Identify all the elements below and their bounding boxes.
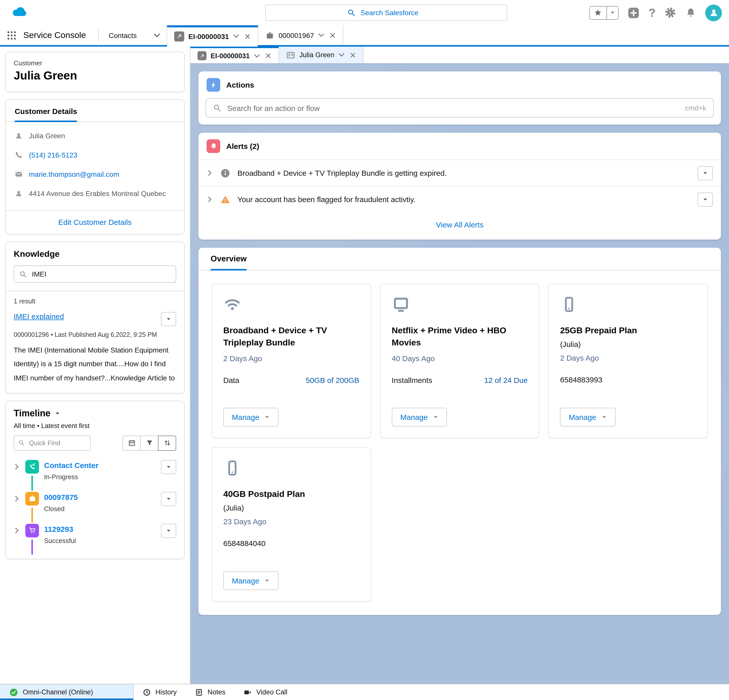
- alert-menu-button[interactable]: [698, 166, 713, 180]
- tab-close-icon[interactable]: [244, 33, 251, 39]
- edit-customer-details-link[interactable]: Edit Customer Details: [58, 218, 132, 226]
- phone-icon: [15, 151, 23, 159]
- email-link[interactable]: marie.thompson@gmail.com: [29, 170, 119, 178]
- global-add-icon[interactable]: [627, 6, 640, 19]
- article-menu-button[interactable]: [161, 312, 176, 326]
- utility-bar: Omni-Channel (Online) History Notes Vide…: [0, 684, 729, 700]
- manage-button[interactable]: Manage: [223, 571, 279, 590]
- subtab-ei-00000031[interactable]: EI-00000031: [190, 47, 279, 63]
- subtab-label: Julia Green: [299, 51, 334, 59]
- tab-overview[interactable]: Overview: [211, 254, 247, 271]
- expand-chevron-right-icon[interactable]: [14, 495, 20, 502]
- product-title: Netflix + Prime Video + HBO Movies: [392, 325, 518, 349]
- favorites-button-group[interactable]: [589, 6, 619, 19]
- utility-video-call[interactable]: Video Call: [235, 684, 297, 700]
- search-icon: [19, 270, 27, 278]
- timeline-item-link[interactable]: Contact Center: [44, 461, 99, 470]
- actions-title: Actions: [226, 80, 254, 89]
- expand-chevron-right-icon[interactable]: [206, 170, 213, 176]
- wifi-icon: [223, 295, 359, 314]
- expand-chevron-right-icon[interactable]: [206, 196, 213, 202]
- spec-label: Data: [223, 375, 239, 384]
- workspace-tab-ei-00000031[interactable]: EI-00000031: [167, 25, 258, 45]
- timeline-item-status: Closed: [44, 505, 156, 512]
- expand-chevron-right-icon[interactable]: [14, 463, 20, 470]
- product-msisdn: 6584884040: [223, 539, 359, 547]
- timeline-connector: [31, 476, 33, 491]
- notifications-bell-icon[interactable]: [685, 7, 697, 19]
- quick-find[interactable]: [14, 436, 91, 451]
- timeline-item-link[interactable]: 1129293: [44, 525, 73, 533]
- knowledge-search[interactable]: [14, 265, 176, 282]
- timeline-item-menu-button[interactable]: [161, 460, 176, 474]
- product-subtitle: (Julia): [560, 340, 696, 348]
- utility-history[interactable]: History: [134, 684, 186, 700]
- quick-find-input[interactable]: [28, 439, 86, 448]
- edit-customer-details-row: Edit Customer Details: [6, 210, 184, 234]
- utility-label: Video Call: [256, 688, 288, 696]
- manage-button[interactable]: Manage: [223, 408, 279, 426]
- tab-close-icon[interactable]: [330, 32, 336, 38]
- smartphone-icon: [560, 295, 696, 314]
- app-name[interactable]: Service Console: [23, 25, 98, 45]
- filter-button[interactable]: [140, 436, 158, 451]
- setup-gear-icon[interactable]: [664, 7, 676, 19]
- product-age: 2 Days Ago: [223, 354, 359, 362]
- caret-down-icon: [601, 414, 607, 420]
- actions-panel: Actions cmd+k: [199, 71, 721, 125]
- timeline-title: Timeline: [14, 408, 50, 419]
- utility-notes[interactable]: Notes: [186, 684, 235, 700]
- action-search[interactable]: cmd+k: [206, 98, 714, 118]
- timeline-item-order: 1129293 Successful: [14, 524, 176, 556]
- workspace-tab-000001967[interactable]: 000001967: [258, 25, 343, 45]
- subtab-label: EI-00000031: [211, 52, 250, 60]
- help-icon[interactable]: ?: [649, 7, 656, 19]
- nav-tab-contacts[interactable]: Contacts: [99, 25, 147, 45]
- contacts-dropdown-icon[interactable]: [147, 25, 167, 45]
- global-search-input[interactable]: [359, 8, 425, 17]
- tab-close-icon[interactable]: [350, 52, 356, 58]
- date-range-calendar-button[interactable]: [122, 436, 141, 451]
- favorites-star-icon[interactable]: [590, 6, 607, 19]
- tab-chevron-down-icon[interactable]: [254, 52, 260, 59]
- app-launcher-icon[interactable]: [0, 25, 23, 45]
- favorites-dropdown-icon[interactable]: [607, 6, 618, 19]
- utility-omni-channel[interactable]: Omni-Channel (Online): [0, 684, 134, 700]
- caret-down-icon: [264, 414, 270, 420]
- subtab-julia-green[interactable]: Julia Green: [279, 47, 364, 63]
- timeline-item-menu-button[interactable]: [161, 524, 176, 538]
- manage-button[interactable]: Manage: [560, 408, 615, 426]
- knowledge-search-input[interactable]: [31, 269, 171, 279]
- alert-menu-button[interactable]: [698, 192, 713, 207]
- overview-panel: Overview Broadband + Device + TV Triplep…: [199, 248, 721, 615]
- manage-button[interactable]: Manage: [392, 408, 447, 426]
- tab-chevron-down-icon[interactable]: [233, 33, 240, 39]
- timeline-dropdown-icon[interactable]: [54, 411, 60, 416]
- person-icon: [15, 132, 23, 140]
- phone-link[interactable]: (514) 216-5123: [29, 151, 77, 159]
- note-icon: [195, 688, 203, 696]
- global-header: ?: [0, 0, 729, 25]
- knowledge-card: Knowledge 1 result IMEI explained 000000…: [5, 242, 185, 394]
- tab-chevron-down-icon[interactable]: [338, 52, 345, 58]
- knowledge-article-meta: 0000001296 • Last Published Aug 6,2022, …: [14, 331, 176, 338]
- sort-button[interactable]: [158, 436, 176, 451]
- view-all-alerts-link[interactable]: View All Alerts: [436, 220, 484, 229]
- customer-card: Customer Julia Green: [5, 52, 185, 92]
- timeline-connector: [31, 540, 33, 554]
- action-search-input[interactable]: [226, 103, 680, 113]
- global-search[interactable]: [265, 4, 507, 21]
- product-age: 2 Days Ago: [560, 354, 696, 362]
- timeline-item-menu-button[interactable]: [161, 492, 176, 506]
- expand-chevron-right-icon[interactable]: [14, 527, 20, 534]
- online-check-icon: [9, 688, 18, 697]
- timeline-connector: [31, 508, 33, 523]
- workspace-tab-label: EI-00000031: [188, 32, 229, 40]
- tab-chevron-down-icon[interactable]: [318, 32, 325, 38]
- knowledge-title: Knowledge: [14, 249, 176, 259]
- knowledge-article-link[interactable]: IMEI explained: [14, 312, 64, 321]
- user-avatar[interactable]: [705, 4, 722, 21]
- tab-customer-details[interactable]: Customer Details: [15, 107, 77, 122]
- timeline-item-link[interactable]: 00097875: [44, 493, 78, 501]
- tab-close-icon[interactable]: [266, 53, 272, 59]
